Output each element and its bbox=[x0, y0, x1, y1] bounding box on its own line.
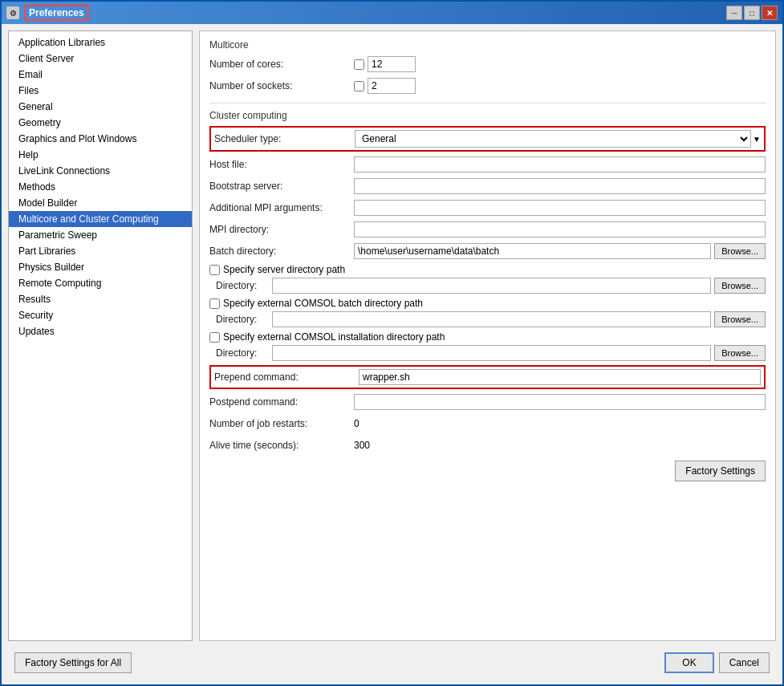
specify-ext-install-browse-button[interactable]: Browse... bbox=[714, 345, 766, 361]
sidebar-item-client-server[interactable]: Client Server bbox=[9, 51, 192, 67]
host-file-row: Host file: bbox=[209, 156, 766, 173]
specify-ext-install-dir-label: Directory: bbox=[216, 347, 272, 359]
sidebar-item-help[interactable]: Help bbox=[9, 147, 192, 163]
specify-ext-batch-dir-label: Directory: bbox=[216, 314, 272, 325]
postpend-label: Postpend command: bbox=[209, 396, 354, 408]
batch-dir-label: Batch directory: bbox=[209, 246, 354, 257]
sidebar-item-geometry[interactable]: Geometry bbox=[9, 115, 192, 131]
specify-ext-install-dir-row: Directory: Browse... bbox=[209, 345, 766, 361]
host-file-label: Host file: bbox=[209, 159, 354, 170]
sidebar-item-remote-computing[interactable]: Remote Computing bbox=[9, 275, 192, 291]
sidebar-item-application-libraries[interactable]: Application Libraries bbox=[9, 35, 192, 51]
scheduler-label: Scheduler type: bbox=[214, 133, 355, 144]
sidebar-item-updates[interactable]: Updates bbox=[9, 323, 192, 339]
window-controls: ─ □ ✕ bbox=[726, 6, 778, 20]
sidebar-item-parametric-sweep[interactable]: Parametric Sweep bbox=[9, 227, 192, 243]
mpi-dir-input[interactable] bbox=[354, 221, 766, 237]
multicore-section-title: Multicore bbox=[209, 39, 766, 51]
mpi-args-label: Additional MPI arguments: bbox=[209, 202, 354, 213]
scheduler-select[interactable]: General SLURM PBS LSF SGE bbox=[355, 130, 751, 148]
num-cores-label: Number of cores: bbox=[209, 59, 354, 70]
sidebar-item-general[interactable]: General bbox=[9, 99, 192, 115]
specify-server-label: Specify server directory path bbox=[223, 264, 345, 275]
cluster-section-title: Cluster computing bbox=[209, 110, 766, 121]
bottom-bar: Factory Settings for All OK Cancel bbox=[8, 647, 776, 678]
bootstrap-label: Bootstrap server: bbox=[209, 181, 354, 192]
num-cores-checkbox[interactable] bbox=[354, 59, 364, 70]
host-file-input[interactable] bbox=[354, 156, 766, 173]
specify-server-browse-button[interactable]: Browse... bbox=[714, 278, 766, 294]
mpi-args-input[interactable] bbox=[354, 200, 766, 216]
ok-button[interactable]: OK bbox=[664, 652, 713, 673]
factory-settings-button[interactable]: Factory Settings bbox=[675, 461, 766, 481]
ok-cancel-buttons: OK Cancel bbox=[664, 652, 770, 673]
batch-dir-browse-button[interactable]: Browse... bbox=[714, 243, 766, 259]
settings-section: Multicore Number of cores: Number of soc… bbox=[199, 30, 776, 641]
right-panel: Multicore Number of cores: Number of soc… bbox=[199, 30, 776, 641]
sidebar-item-results[interactable]: Results bbox=[9, 291, 192, 307]
app-icon: ⚙ bbox=[6, 6, 19, 19]
sidebar-item-model-builder[interactable]: Model Builder bbox=[9, 195, 192, 211]
sidebar-item-multicore-cluster[interactable]: Multicore and Cluster Computing bbox=[9, 211, 192, 227]
specify-server-checkbox-row: Specify server directory path bbox=[209, 264, 766, 275]
specify-ext-install-section: Specify external COMSOL installation dir… bbox=[209, 331, 766, 361]
sidebar: Application Libraries Client Server Emai… bbox=[8, 30, 193, 641]
main-panel: Application Libraries Client Server Emai… bbox=[8, 30, 776, 641]
bootstrap-row: Bootstrap server: bbox=[209, 177, 766, 195]
minimize-button[interactable]: ─ bbox=[726, 6, 742, 20]
specify-ext-batch-dir-row: Directory: Browse... bbox=[209, 311, 766, 327]
specify-ext-install-dir-input[interactable] bbox=[272, 345, 711, 361]
factory-settings-all-button[interactable]: Factory Settings for All bbox=[14, 652, 132, 673]
sidebar-item-security[interactable]: Security bbox=[9, 307, 192, 323]
specify-ext-batch-checkbox-row: Specify external COMSOL batch directory … bbox=[209, 298, 766, 309]
sidebar-item-methods[interactable]: Methods bbox=[9, 179, 192, 195]
prepend-label: Prepend command: bbox=[214, 371, 359, 383]
prepend-input[interactable] bbox=[359, 369, 761, 385]
num-sockets-input[interactable] bbox=[368, 78, 416, 94]
job-restarts-label: Number of job restarts: bbox=[209, 418, 354, 429]
num-sockets-row: Number of sockets: bbox=[209, 77, 766, 95]
sidebar-item-livelink-connections[interactable]: LiveLink Connections bbox=[9, 163, 192, 179]
postpend-row: Postpend command: bbox=[209, 393, 766, 411]
alive-time-row: Alive time (seconds): 300 bbox=[209, 436, 766, 454]
num-cores-input[interactable] bbox=[368, 56, 416, 72]
sidebar-item-physics-builder[interactable]: Physics Builder bbox=[9, 259, 192, 275]
specify-ext-install-checkbox[interactable] bbox=[209, 332, 220, 343]
sidebar-item-graphics-plot-windows[interactable]: Graphics and Plot Windows bbox=[9, 131, 192, 147]
specify-server-checkbox[interactable] bbox=[209, 265, 220, 275]
job-restarts-row: Number of job restarts: 0 bbox=[209, 415, 766, 432]
mpi-dir-row: MPI directory: bbox=[209, 221, 766, 238]
scheduler-dropdown-icon: ▼ bbox=[753, 135, 761, 144]
sidebar-item-part-libraries[interactable]: Part Libraries bbox=[9, 243, 192, 259]
bootstrap-input[interactable] bbox=[354, 178, 766, 194]
title-bar: ⚙ Preferences ─ □ ✕ bbox=[2, 2, 782, 24]
batch-dir-input[interactable] bbox=[354, 243, 711, 259]
sidebar-item-email[interactable]: Email bbox=[9, 67, 192, 83]
specify-ext-install-label: Specify external COMSOL installation dir… bbox=[223, 331, 445, 343]
content-area: Application Libraries Client Server Emai… bbox=[2, 24, 782, 684]
preferences-window: ⚙ Preferences ─ □ ✕ Application Librarie… bbox=[0, 0, 784, 686]
title-bar-left: ⚙ Preferences bbox=[6, 5, 89, 21]
specify-ext-batch-browse-button[interactable]: Browse... bbox=[714, 311, 766, 327]
postpend-input[interactable] bbox=[354, 394, 766, 410]
mpi-dir-label: MPI directory: bbox=[209, 224, 354, 235]
sidebar-item-files[interactable]: Files bbox=[9, 83, 192, 99]
alive-time-value: 300 bbox=[354, 440, 370, 451]
num-sockets-checkbox[interactable] bbox=[354, 81, 364, 91]
maximize-button[interactable]: □ bbox=[744, 6, 760, 20]
prepend-command-row: Prepend command: bbox=[209, 365, 766, 389]
specify-ext-batch-checkbox[interactable] bbox=[209, 298, 220, 309]
specify-server-dir-input[interactable] bbox=[272, 278, 711, 294]
specify-server-section: Specify server directory path Directory:… bbox=[209, 264, 766, 294]
scheduler-type-row: Scheduler type: General SLURM PBS LSF SG… bbox=[209, 126, 766, 152]
mpi-args-row: Additional MPI arguments: bbox=[209, 199, 766, 217]
num-sockets-label: Number of sockets: bbox=[209, 80, 354, 91]
specify-ext-install-checkbox-row: Specify external COMSOL installation dir… bbox=[209, 331, 766, 343]
window-title: Preferences bbox=[24, 5, 89, 21]
close-button[interactable]: ✕ bbox=[762, 6, 778, 20]
specify-ext-batch-dir-input[interactable] bbox=[272, 311, 711, 327]
num-cores-row: Number of cores: bbox=[209, 55, 766, 73]
cancel-button[interactable]: Cancel bbox=[719, 652, 770, 673]
specify-server-dir-label: Directory: bbox=[216, 280, 272, 291]
job-restarts-value: 0 bbox=[354, 418, 360, 429]
